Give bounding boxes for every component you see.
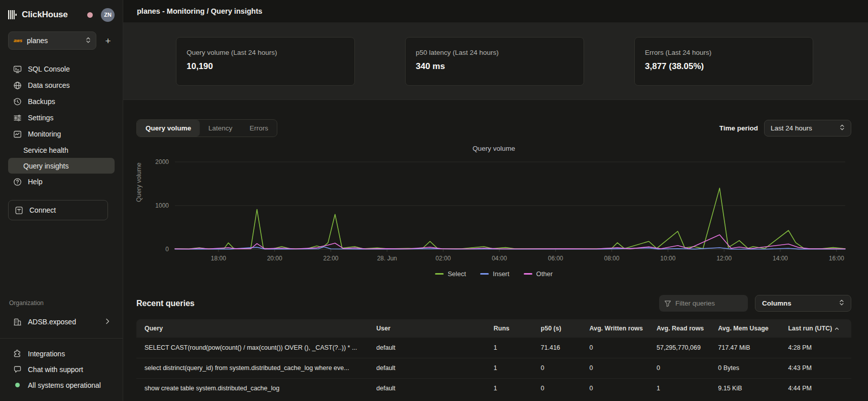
chart-title: Query volume — [136, 145, 851, 152]
add-service-button[interactable]: + — [101, 34, 115, 47]
connect-label: Connect — [29, 206, 56, 214]
stat-label: Query volume (Last 24 hours) — [187, 49, 344, 56]
svg-text:16:00: 16:00 — [829, 255, 844, 262]
chevron-updown-icon — [840, 124, 845, 132]
chart-tabs: Query volumeLatencyErrors — [136, 119, 277, 137]
time-period-select[interactable]: Last 24 hours — [764, 120, 851, 137]
sidebar: ClickHouse ZN aws planes + SQL ConsoleDa… — [0, 0, 123, 401]
columns-select[interactable]: Columns — [755, 295, 851, 312]
legend-item-other[interactable]: Other — [524, 270, 553, 278]
table-cell: 4:28 PM — [784, 338, 851, 358]
legend-item-select[interactable]: Select — [435, 270, 466, 278]
tab-errors[interactable]: Errors — [241, 120, 277, 137]
table-cell: 1 — [490, 338, 537, 358]
chart-area: Query volume 01000200018:0020:0022:0028.… — [136, 153, 851, 266]
column-header-last-run-utc-[interactable]: Last run (UTC) — [784, 319, 851, 338]
organization-item[interactable]: ADSB.exposed — [8, 314, 115, 330]
sidebar-item-help[interactable]: Help — [8, 174, 115, 190]
svg-text:06:00: 06:00 — [548, 255, 563, 262]
sidebar-item-query-insights[interactable]: Query insights — [8, 158, 115, 174]
recent-queries-controls: Columns — [659, 295, 851, 312]
column-header-avg-read-rows[interactable]: Avg. Read rows — [653, 319, 714, 338]
stat-value: 340 ms — [416, 61, 573, 72]
chevron-updown-icon — [839, 299, 844, 308]
table-cell: default — [372, 338, 489, 358]
table-row[interactable]: show create table system.distributed_cac… — [136, 378, 851, 398]
sidebar-item-label: Monitoring — [28, 130, 61, 138]
table-cell: 71.416 — [537, 338, 586, 358]
notification-dot — [87, 12, 93, 18]
sidebar-item-integrations[interactable]: Integrations — [8, 346, 115, 361]
table-row[interactable]: select distrinct(query_id) from system.d… — [136, 358, 851, 378]
table-cell: default — [372, 358, 489, 378]
svg-text:20:00: 20:00 — [267, 255, 282, 262]
sidebar-item-settings[interactable]: Settings — [8, 110, 115, 126]
sidebar-nav: SQL ConsoleData sourcesBackupsSettingsMo… — [8, 61, 115, 190]
app-title: ClickHouse — [22, 10, 68, 20]
legend-item-insert[interactable]: Insert — [480, 270, 510, 278]
chevron-updown-icon — [86, 37, 91, 45]
user-avatar[interactable]: ZN — [101, 8, 115, 22]
filter-queries-input[interactable] — [675, 299, 736, 307]
sidebar-item-label: Backups — [28, 97, 55, 106]
column-header-query[interactable]: Query — [136, 319, 372, 338]
filter-queries-box — [659, 295, 748, 312]
stats-strip: Query volume (Last 24 hours)10,190p50 la… — [123, 23, 868, 100]
sidebar-item-data-sources[interactable]: Data sources — [8, 77, 115, 93]
table-row[interactable]: SELECT CAST(round(pow(count() / max(coun… — [136, 338, 851, 358]
columns-label: Columns — [762, 299, 791, 307]
column-header-avg-mem-usage[interactable]: Avg. Mem Usage — [714, 319, 784, 338]
table-cell: 1 — [490, 358, 537, 378]
status-dot — [13, 381, 22, 389]
chevron-right-icon — [105, 318, 110, 326]
stat-card: p50 latency (Last 24 hours)340 ms — [405, 37, 584, 86]
table-cell: 0 — [585, 378, 653, 398]
sidebar-item-all-systems-operational[interactable]: All systems operational — [8, 377, 115, 393]
top-header: planes - Monitoring / Query insights — [123, 0, 868, 23]
sidebar-item-backups[interactable]: Backups — [8, 93, 115, 110]
sidebar-item-service-health[interactable]: Service health — [8, 142, 115, 158]
sidebar-item-label: Integrations — [28, 350, 65, 358]
column-header-avg-written-rows[interactable]: Avg. Written rows — [585, 319, 653, 338]
sort-ascending-icon — [835, 325, 839, 332]
clickhouse-logo-icon — [8, 10, 18, 19]
column-header-p50-s-[interactable]: p50 (s) — [537, 319, 586, 338]
column-header-runs[interactable]: Runs — [490, 319, 537, 338]
legend-label: Select — [448, 270, 466, 278]
service-select[interactable]: aws planes — [8, 31, 96, 50]
column-header-user[interactable]: User — [372, 319, 489, 338]
query-volume-chart: 01000200018:0020:0022:0028. Jun02:0004:0… — [136, 153, 851, 266]
stat-value: 10,190 — [187, 61, 344, 72]
chart-controls-row: Query volumeLatencyErrors Time period La… — [136, 119, 851, 137]
sidebar-item-chat-with-support[interactable]: Chat with support — [8, 361, 115, 377]
table-cell: 1 — [490, 378, 537, 398]
table-header-row: QueryUserRunsp50 (s)Avg. Written rowsAvg… — [136, 319, 851, 338]
table-cell: 4:43 PM — [784, 358, 851, 378]
breadcrumb: planes - Monitoring / Query insights — [137, 7, 262, 15]
sidebar-footer: IntegrationsChat with supportAll systems… — [8, 346, 115, 393]
legend-swatch — [435, 273, 444, 275]
connect-button[interactable]: Connect — [8, 200, 108, 220]
svg-text:0: 0 — [165, 246, 169, 253]
organization-name: ADSB.exposed — [28, 318, 76, 326]
service-selector-row: aws planes + — [8, 31, 115, 50]
stat-card: Query volume (Last 24 hours)10,190 — [176, 37, 355, 86]
content: Query volumeLatencyErrors Time period La… — [123, 100, 868, 401]
svg-text:10:00: 10:00 — [660, 255, 675, 262]
table-cell: 0 — [653, 358, 714, 378]
table-cell: 9.15 KiB — [714, 378, 784, 398]
svg-text:22:00: 22:00 — [323, 255, 338, 262]
recent-queries-header-row: Recent queries Columns — [136, 295, 851, 312]
sidebar-item-monitoring[interactable]: Monitoring — [8, 126, 115, 142]
tab-latency[interactable]: Latency — [200, 120, 241, 137]
organization-icon — [13, 318, 22, 326]
legend-label: Other — [536, 270, 553, 278]
tab-query-volume[interactable]: Query volume — [137, 120, 200, 137]
stat-value: 3,877 (38.05%) — [645, 61, 803, 72]
sidebar-item-label: All systems operational — [28, 381, 101, 389]
table-cell: default — [372, 378, 489, 398]
settings-icon — [13, 114, 22, 122]
legend-swatch — [524, 273, 532, 275]
sidebar-item-sql-console[interactable]: SQL Console — [8, 61, 115, 77]
stat-label: p50 latency (Last 24 hours) — [416, 49, 573, 56]
